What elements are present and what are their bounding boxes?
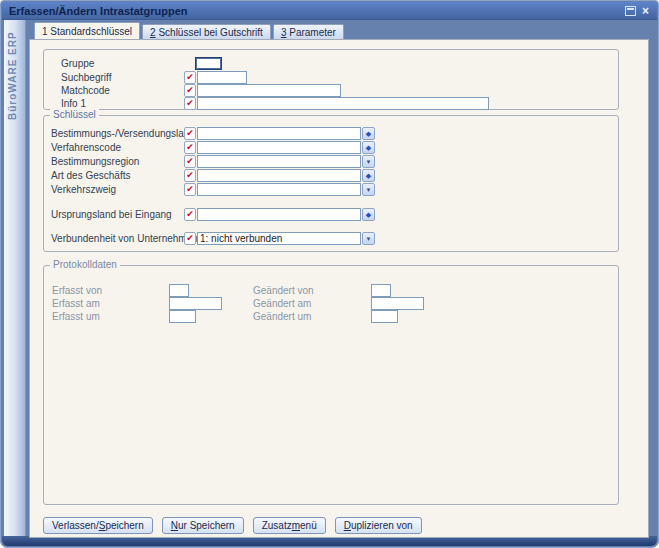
window-controls: ×	[625, 6, 657, 16]
brand-sidebar: BüroWARE ERP	[4, 20, 26, 537]
field-row-ursprungsland: Ursprungsland bei Eingang ✔ ◆	[44, 208, 618, 221]
duplizieren-von-button[interactable]: Duplizieren von	[335, 517, 422, 534]
button-label-mnemonic: N	[171, 520, 178, 531]
verkehrszweig-label: Verkehrszweig	[51, 184, 116, 195]
tab-parameter[interactable]: 3 Parameter	[273, 24, 344, 39]
lookup-button[interactable]: ◆	[362, 127, 375, 140]
tab-strip: 1 Standardschlüssel 2 Schlüssel bei Guts…	[34, 22, 344, 39]
tab-label: Parameter	[286, 27, 335, 38]
close-icon[interactable]: ×	[642, 6, 649, 16]
check-icon: ✔	[186, 86, 194, 95]
erfasst-um-input[interactable]	[169, 310, 196, 323]
title-bar: Erfassen/Ändern Intrastatgruppen ×	[2, 2, 657, 20]
lookup-icon: ◆	[366, 144, 371, 151]
lookup-button[interactable]: ◆	[362, 141, 375, 154]
schluessel-group-box: Schlüssel Bestimmungs-/Versendungsland ✔…	[43, 115, 619, 252]
button-label: peichern	[105, 520, 143, 531]
edit-check-button[interactable]: ✔	[184, 127, 196, 140]
gruppe-input[interactable]	[195, 57, 222, 70]
edit-check-button[interactable]: ✔	[184, 155, 196, 168]
bestimmungsregion-input[interactable]	[197, 155, 361, 168]
verbundenheit-select[interactable]	[197, 232, 361, 245]
button-label-mnemonic: m	[292, 520, 300, 531]
check-icon: ✔	[186, 129, 194, 138]
check-icon: ✔	[186, 210, 194, 219]
check-icon: ✔	[186, 143, 194, 152]
matchcode-label: Matchcode	[61, 85, 110, 96]
suchbegriff-label: Suchbegriff	[61, 72, 111, 83]
info1-input[interactable]	[197, 97, 489, 110]
verlassen-speichern-button[interactable]: Verlassen/Speichern	[43, 517, 153, 534]
field-row-info1: Info 1 ✔	[44, 97, 618, 110]
zusatzmenu-button[interactable]: Zusatzmenü	[253, 517, 326, 534]
art-des-geschaefts-label: Art des Geschäfts	[51, 170, 130, 181]
field-row-bestimmungsregion: Bestimmungsregion ✔ ▼	[44, 155, 618, 168]
verbundenheit-label: Verbundenheit von Unternehmen	[51, 233, 198, 244]
erfasst-um-label: Erfasst um	[52, 311, 100, 322]
ursprungsland-input[interactable]	[197, 208, 361, 221]
geaendert-um-input[interactable]	[371, 310, 398, 323]
edit-check-button[interactable]: ✔	[184, 169, 196, 182]
erfasst-von-label: Erfasst von	[52, 285, 102, 296]
dropdown-button[interactable]: ▼	[362, 183, 375, 196]
chevron-down-icon: ▼	[366, 159, 372, 165]
lookup-button[interactable]: ◆	[362, 169, 375, 182]
dropdown-button[interactable]: ▼	[362, 155, 375, 168]
field-row-art-des-geschaefts: Art des Geschäfts ✔ ◆	[44, 169, 618, 182]
field-row-gruppe: Gruppe	[44, 57, 618, 70]
tab-schluessel-bei-gutschrift[interactable]: 2 Schlüssel bei Gutschrift	[142, 24, 271, 39]
field-row-verbundenheit: Verbundenheit von Unternehmen ✔ ▼	[44, 232, 618, 245]
dialog-window: Erfassen/Ändern Intrastatgruppen × BüroW…	[0, 0, 659, 548]
matchcode-input[interactable]	[197, 84, 341, 97]
info1-label: Info 1	[61, 98, 86, 109]
edit-check-button[interactable]: ✔	[184, 71, 196, 84]
lookup-button[interactable]: ◆	[362, 208, 375, 221]
button-label-mnemonic: D	[344, 520, 351, 531]
edit-check-button[interactable]: ✔	[184, 141, 196, 154]
schluessel-caption: Schlüssel	[50, 109, 99, 120]
bestimmungsregion-label: Bestimmungsregion	[51, 156, 139, 167]
verfahrenscode-label: Verfahrenscode	[51, 142, 121, 153]
field-row-verkehrszweig: Verkehrszweig ✔ ▼	[44, 183, 618, 196]
field-row-bestimmungsland: Bestimmungs-/Versendungsland ✔ ◆	[44, 127, 618, 140]
erfasst-am-label: Erfasst am	[52, 298, 100, 309]
edit-check-button[interactable]: ✔	[184, 232, 196, 245]
geaendert-um-label: Geändert um	[253, 311, 311, 322]
tab-standardschluessel[interactable]: 1 Standardschlüssel	[34, 22, 140, 39]
suchbegriff-input[interactable]	[197, 71, 247, 84]
verkehrszweig-input[interactable]	[197, 183, 361, 196]
button-label: Zusatz	[262, 520, 292, 531]
general-group-box: Gruppe Suchbegriff ✔ Matchcode ✔ Info 1 …	[43, 49, 619, 110]
dropdown-button[interactable]: ▼	[362, 232, 375, 245]
gruppe-label: Gruppe	[61, 58, 94, 69]
check-icon: ✔	[186, 185, 194, 194]
button-label: uplizieren von	[351, 520, 413, 531]
edit-check-button[interactable]: ✔	[184, 208, 196, 221]
action-button-row: Verlassen/Speichern Nur Speichern Zusatz…	[43, 517, 422, 534]
check-icon: ✔	[186, 73, 194, 82]
lookup-icon: ◆	[366, 211, 371, 218]
field-row-verfahrenscode: Verfahrenscode ✔ ◆	[44, 141, 618, 154]
geaendert-von-input[interactable]	[371, 284, 391, 297]
ursprungsland-label: Ursprungsland bei Eingang	[51, 209, 172, 220]
check-icon: ✔	[186, 157, 194, 166]
field-row-erfasst-von: Erfasst von Geändert von	[44, 284, 618, 297]
art-des-geschaefts-input[interactable]	[197, 169, 361, 182]
check-icon: ✔	[186, 171, 194, 180]
edit-check-button[interactable]: ✔	[184, 84, 196, 97]
geaendert-am-input[interactable]	[371, 297, 424, 310]
check-icon: ✔	[186, 234, 194, 243]
tab-label: Schlüssel bei Gutschrift	[156, 27, 263, 38]
nur-speichern-button[interactable]: Nur Speichern	[162, 517, 244, 534]
verfahrenscode-input[interactable]	[197, 141, 361, 154]
check-icon: ✔	[186, 99, 194, 108]
chevron-down-icon: ▼	[366, 187, 372, 193]
edit-check-button[interactable]: ✔	[184, 183, 196, 196]
brand-vertical-text: BüroWARE ERP	[7, 31, 18, 120]
erfasst-von-input[interactable]	[169, 284, 189, 297]
bestimmungsland-input[interactable]	[197, 127, 361, 140]
edit-check-button[interactable]: ✔	[184, 97, 196, 110]
button-label: ur Speichern	[178, 520, 235, 531]
erfasst-am-input[interactable]	[169, 297, 222, 310]
restore-icon[interactable]	[625, 6, 636, 16]
